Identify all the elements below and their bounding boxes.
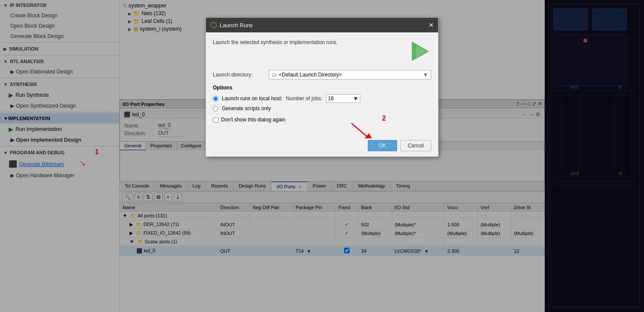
radio-scripts-only[interactable] bbox=[213, 106, 218, 111]
radio-local-host[interactable] bbox=[213, 96, 218, 102]
dont-show-label: Don't show this dialog again bbox=[221, 117, 285, 123]
ok-button[interactable]: OK bbox=[368, 140, 397, 151]
launch-dir-icon: 🗂 bbox=[272, 72, 277, 78]
launch-directory-row: Launch directory: 🗂 <Default Launch Dire… bbox=[213, 70, 431, 80]
launch-directory-value: <Default Launch Directory> bbox=[279, 72, 342, 78]
jobs-value: 16 bbox=[328, 96, 334, 102]
modal-buttons: OK Cancel bbox=[206, 137, 438, 156]
jobs-label: Number of jobs: bbox=[286, 96, 322, 102]
cancel-button[interactable]: Cancel bbox=[401, 140, 431, 151]
radio-local-label: Launch runs on local host: bbox=[222, 96, 282, 102]
modal-overlay[interactable]: ⬡ Launch Runs ✕ Launch the selected synt… bbox=[0, 0, 644, 312]
dont-show-checkbox[interactable] bbox=[213, 117, 218, 123]
launch-directory-label: Launch directory: bbox=[213, 72, 269, 78]
vivado-logo bbox=[407, 39, 431, 63]
dont-show-row: Don't show this dialog again bbox=[213, 117, 431, 123]
options-title: Options bbox=[213, 85, 431, 91]
modal-title: Launch Runs bbox=[220, 22, 253, 29]
jobs-select[interactable]: 16 ▼ bbox=[326, 94, 360, 103]
modal-header-icon: ⬡ bbox=[210, 20, 217, 30]
modal-header: ⬡ Launch Runs ✕ bbox=[206, 18, 438, 32]
modal-close-button[interactable]: ✕ bbox=[429, 22, 434, 29]
launch-directory-select[interactable]: 🗂 <Default Launch Directory> ▼ bbox=[269, 70, 431, 80]
jobs-arrow-icon: ▼ bbox=[353, 96, 358, 102]
modal-title-container: ⬡ Launch Runs bbox=[210, 20, 253, 30]
modal-description: Launch the selected synthesis or impleme… bbox=[213, 39, 338, 45]
launch-dir-arrow-icon: ▼ bbox=[423, 72, 428, 78]
modal-body: Launch the selected synthesis or impleme… bbox=[206, 32, 438, 137]
svg-line-28 bbox=[351, 123, 366, 136]
options-section: Options Launch runs on local host: Numbe… bbox=[213, 85, 431, 111]
radio-scripts-row: Generate scripts only bbox=[213, 105, 431, 111]
radio-scripts-label: Generate scripts only bbox=[222, 105, 271, 111]
launch-runs-modal: ⬡ Launch Runs ✕ Launch the selected synt… bbox=[205, 17, 439, 157]
radio-local-host-row: Launch runs on local host: Number of job… bbox=[213, 94, 431, 103]
